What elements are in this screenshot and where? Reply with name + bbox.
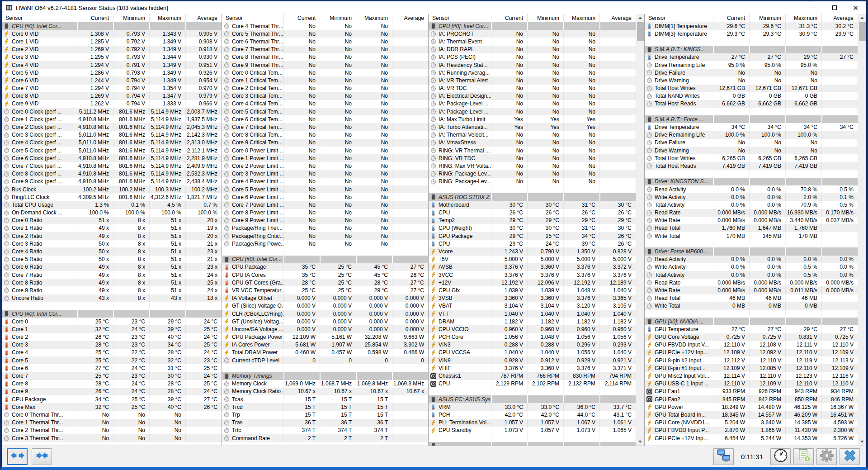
sensor-row[interactable]: Core 926 °C24 °C28 °C24 °C	[2, 388, 222, 395]
sensor-row[interactable]: +12V12.192 V12.096 V12.192 V12.189 V	[429, 279, 636, 286]
sensor-row[interactable]: GPU Fan2845 RPM842 RPM850 RPM846 RPM	[645, 395, 858, 403]
sensor-row[interactable]: GPU 8-pin #2 Input...12.112 V12.110 V12.…	[645, 356, 858, 364]
sensor-row[interactable]: Total NAND Writes0 GB0 GB0 GB	[645, 92, 858, 100]
sensor-row[interactable]: RING: Package-Lev...NoNoNo	[429, 170, 636, 178]
sensor-row[interactable]: Core 0 Thermal Thr...NoNoNo	[2, 411, 222, 418]
sensor-row[interactable]: Core 0 Ratio51 x8 x51 x20 x	[2, 217, 222, 224]
sensor-row[interactable]: Core 4 Power Limit ...NoNoNo	[222, 178, 428, 185]
sensor-row[interactable]: CPU VCCIO0.960 V0.960 V0.960 V0.960 V	[429, 325, 636, 333]
sensor-row[interactable]: Uncore/SA Voltage ...0.000 V0.000 V0.000…	[222, 325, 428, 333]
sensor-row[interactable]: IA: Electrical Design...NoNoNo	[429, 92, 636, 100]
section-header-row[interactable]	[429, 442, 636, 446]
sensor-row[interactable]: Core 1 VID1.285 V0.792 V1.349 V0.908 V	[2, 38, 222, 45]
sensor-row[interactable]: Drive FailureNoNoNo	[645, 139, 858, 147]
sensor-row[interactable]: Drive Remaining Life100.0 %100.0 %100.0 …	[645, 131, 858, 139]
sensor-row[interactable]: Chassis1787 RPM766 RPM830 RPM794 RPM	[429, 372, 636, 380]
sensor-row[interactable]: Core 4 Clock (perf ...5,011.0 MHz801.6 M…	[2, 139, 222, 147]
close-button[interactable]: ✕	[845, 1, 866, 14]
sensor-row[interactable]: AVSB3.376 V3.360 V3.376 V3.372 V	[429, 263, 636, 271]
sensor-row[interactable]: Core 6 Thermal Thr...NoNoNo	[222, 38, 428, 45]
sensor-row[interactable]: Motherboard30 °C30 °C31 °C30 °C	[429, 201, 636, 209]
sensor-row[interactable]: IA: Max Turbo LimitYesYesYes	[429, 115, 636, 123]
sensor-row[interactable]: IA: Thermal EventNoNoNo	[429, 38, 636, 45]
sensor-row[interactable]: Core 1 Ratio49 x8 x51 x19 x	[2, 224, 222, 232]
sensor-row[interactable]: Package/Ring Ther...NoNoNo	[222, 224, 428, 232]
sensor-row[interactable]: IA Cores Power5.681 W1.907 W25.854 W3.30…	[222, 341, 428, 349]
scroll-down-icon[interactable]	[636, 438, 644, 446]
sensor-row[interactable]: Core 5 Power Limit ...NoNoNo	[222, 185, 428, 193]
sensor-row[interactable]: GPU Misc2 Input Vol...12.114 V12.110 V12…	[645, 372, 858, 380]
sensor-row[interactable]: IA: DDR RAPLNoNoNo	[429, 46, 636, 53]
sensor-row[interactable]: 3VCC3.376 V3.376 V3.376 V3.376 V	[429, 271, 636, 279]
sensor-row[interactable]: Core 6 Clock (perf ...4,910.8 MHz801.6 M…	[2, 154, 222, 162]
sensor-row[interactable]: GPU Temperature27 °C27 °C29 °C27 °C	[645, 325, 858, 333]
sensor-row[interactable]: Core 5 Ratio50 x8 x51 x21 x	[2, 256, 222, 263]
sensor-row[interactable]: RING: VR Thermal ...NoNoNo	[429, 147, 636, 154]
sensor-row[interactable]: CPU Gfx1.039 V1.039 V1.048 V1.040 V	[429, 286, 636, 294]
sensor-row[interactable]: IA: Residency Stat...NoNoNo	[429, 61, 636, 69]
sensor-row[interactable]: Package/Ring Critic...NoNoNo	[222, 232, 428, 240]
sensor-row[interactable]: Total Host Reads6,662 GB6,662 GB6,662 GB	[645, 100, 858, 108]
sensor-row[interactable]: Core 8 Critical Tem...NoNoNo	[222, 131, 428, 139]
sensor-row[interactable]: IA: Package-Level ...NoNoNo	[429, 100, 636, 108]
sensor-row[interactable]: CPU GT Cores (Gra...28 °C25 °C28 °C27 °C	[222, 279, 428, 286]
sensor-row[interactable]: Total Host Writes12,671 GB12,671 GB12,67…	[645, 85, 858, 92]
sensor-row[interactable]: Core 4 Thermal Thr...NoNoNo	[222, 22, 428, 30]
sensor-row[interactable]: DRAM1.182 V1.182 V1.182 V1.182 V	[429, 318, 636, 325]
sensor-row[interactable]: Temp229 °C29 °C29 °C29 °C	[429, 217, 636, 224]
scroll-down-icon[interactable]	[858, 438, 866, 446]
sensor-row[interactable]: Core 1 Clock (perf ...4,910.8 MHz801.6 M…	[2, 115, 222, 123]
collapse-sensors-button[interactable]	[32, 448, 52, 465]
sensor-row[interactable]: Total CPU Usage1.3 %0.1 %4.5 %0.7 %	[2, 201, 222, 209]
sensor-row[interactable]: Core 3 VID1.295 V0.793 V1.344 V0.930 V	[2, 53, 222, 61]
minimize-button[interactable]	[802, 1, 824, 14]
sensor-row[interactable]: Total Activity0.0 %0.0 %70.9 %0.5 %	[645, 201, 858, 209]
sensor-row[interactable]: Core 9 Clock (perf ...4,910.8 MHz801.6 M…	[2, 178, 222, 185]
sensor-row[interactable]: Write Activity0.0 %0.0 %2.0 %0.1 %	[645, 193, 858, 201]
scroll-up-icon[interactable]	[858, 14, 866, 22]
sensor-row[interactable]: CPU IA Cores35 °C25 °C45 °C26 °C	[222, 271, 428, 279]
sensor-row[interactable]: GPU FBVDD Input V...12.110 V12.108 V12.1…	[645, 341, 858, 349]
sensor-row[interactable]: PCH42.0 °C42.0 °C44.0 °C43.1 °C	[429, 411, 636, 418]
sensor-row[interactable]: Package/Ring Powe...NoNoNo	[222, 240, 428, 247]
sensor-row[interactable]: Drive Remaining Life95.0 %95.0 %95.0 %	[645, 61, 858, 69]
section-header-row[interactable]: CPU [#0]: Intel Cor...	[2, 310, 222, 318]
sensor-row[interactable]: CPU Package29 °C25 °C34 °C26 °C	[429, 232, 636, 240]
sensor-row[interactable]: Core 132 °C24 °C39 °C25 °C	[2, 325, 222, 333]
sensor-row[interactable]: IA: VmaxStressNoNoNo	[429, 139, 636, 147]
sensor-row[interactable]: Core 627 °C24 °C31 °C25 °C	[2, 364, 222, 372]
sensor-row[interactable]: Core 1 Thermal Thr...NoNoNo	[2, 419, 222, 427]
sensor-row[interactable]: VBAT3.104 V3.104 V3.120 V3.105 V	[429, 302, 636, 310]
sensor-row[interactable]: IA: Package-Level ...NoNoNo	[429, 108, 636, 115]
sensor-row[interactable]: Tras36 T36 T36 T	[222, 419, 428, 427]
sensor-row[interactable]: Core 5 Critical Tem...NoNoNo	[222, 108, 428, 115]
sensor-row[interactable]: Core 3 Power Limit ...NoNoNo	[222, 170, 428, 178]
sensor-row[interactable]: Core 2 Clock (perf ...4,910.8 MHz801.6 M…	[2, 123, 222, 131]
sensor-row[interactable]: Read Activity0.0 %0.0 %0.0 %0.0 %	[645, 256, 858, 263]
sensor-row[interactable]: Command Rate2 T2 T2 T	[222, 434, 428, 442]
section-header-row[interactable]: Drive: KINGSTON S...	[645, 178, 858, 185]
clock-button[interactable]	[770, 448, 791, 465]
sensor-row[interactable]: Drive WarningNoNoNo	[645, 76, 858, 84]
sensor-row[interactable]: Ring/LLC Clock4,309.5 MHz801.6 MHz4,312.…	[2, 193, 222, 201]
sensor-row[interactable]: Core 6 VID1.244 V0.794 V1.349 V0.954 V	[2, 76, 222, 84]
sensor-row[interactable]: Core 9 Power Limit ...NoNoNo	[222, 217, 428, 224]
sensor-row[interactable]: DIMM[1] Temperature29.6 °C29.6 °C31.3 °C…	[645, 22, 858, 30]
section-header-row[interactable]: ASUS EC: ASUS Sys...	[429, 395, 636, 403]
settings-button[interactable]	[816, 448, 837, 465]
sensor-row[interactable]: Core 5 Clock (perf ...5,011.0 MHz801.6 M…	[2, 147, 222, 154]
sensor-row[interactable]: Write Total0 MB0 MB0 MB	[645, 302, 858, 310]
sensor-row[interactable]: Write Rate0.000 MB/s0.000 MB/s0.011 MB/s…	[645, 286, 858, 294]
sensor-row[interactable]: VR VCC Temperatur...25 °C25 °C29 °C27 °C	[222, 286, 428, 294]
sensor-row[interactable]: Core 8 Power Limit ...NoNoNo	[222, 209, 428, 217]
sensor-row[interactable]: CPU29 °C24 °C39 °C26 °C	[429, 240, 636, 247]
section-header-row[interactable]: Memory Timings	[222, 372, 428, 380]
sensor-row[interactable]: Read Total46 MB46 MB46 MB	[645, 294, 858, 302]
sensor-row[interactable]: VRM33.0 °C33.0 °C36.0 °C33.7 °C	[429, 403, 636, 411]
sensor-row[interactable]: Core 7 Thermal Thr...NoNoNo	[222, 46, 428, 53]
sensor-row[interactable]: IA: PROCHOTNoNoNo	[429, 30, 636, 38]
sensor-row[interactable]: GPU Fan1933 RPM926 RPM943 RPM934 RPM	[645, 388, 858, 395]
sensor-row[interactable]: Core 8 VID1.269 V0.794 V1.347 V0.979 V	[2, 92, 222, 100]
sensor-row[interactable]: Total Activity0.0 %0.0 %0.5 %0.0 %	[645, 271, 858, 279]
sensor-row[interactable]: Write Activity0.0 %0.0 %0.5 %0.0 %	[645, 263, 858, 271]
